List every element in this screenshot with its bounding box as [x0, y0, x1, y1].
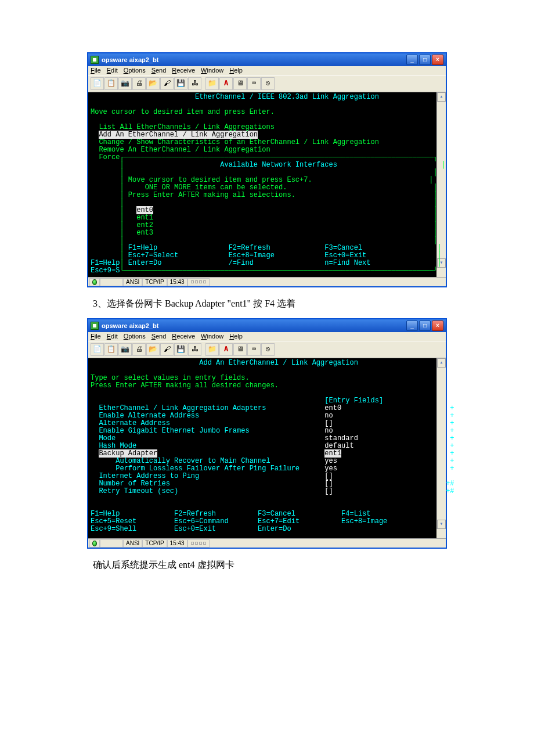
network-icon[interactable]: 🖧	[188, 343, 201, 356]
print-icon[interactable]: 🖨	[132, 343, 146, 356]
field-mode-value[interactable]: standard	[324, 434, 358, 442]
menu-file[interactable]: File	[91, 67, 101, 74]
maximize-button[interactable]: □	[419, 321, 431, 331]
field-altaddr-value[interactable]: []	[324, 419, 333, 427]
menubar: File Edit Options Send Receive Window He…	[88, 332, 446, 341]
close-button[interactable]: ×	[432, 55, 443, 65]
camera-icon[interactable]: 📷	[118, 77, 132, 90]
menu-edit[interactable]: Edit	[107, 333, 118, 340]
app-icon	[91, 322, 99, 330]
menu-send[interactable]: Send	[151, 333, 167, 340]
field-hash-value[interactable]: default	[324, 442, 353, 450]
menu-help[interactable]: Help	[229, 333, 243, 340]
screen-icon[interactable]: 🖥	[233, 343, 247, 356]
menu-send[interactable]: Send	[151, 67, 167, 74]
key-f2: F2=Refresh	[229, 244, 270, 252]
exit-icon[interactable]: ⎋	[261, 343, 275, 356]
menu-item-list[interactable]: List All EtherChannels / Link Aggregatio…	[99, 123, 274, 131]
key-enter: Enter=Do	[258, 525, 291, 533]
camera-icon[interactable]: 📷	[118, 343, 132, 356]
field-altaddr-enable-label: Enable Alternate Address	[99, 412, 199, 420]
titlebar[interactable]: opsware aixap2_bt _ □ ×	[88, 319, 446, 332]
terminal-window-2: opsware aixap2_bt _ □ × File Edit Option…	[87, 318, 447, 549]
menu-edit[interactable]: Edit	[107, 67, 118, 74]
open-icon[interactable]: 📁	[205, 77, 219, 90]
field-timeout-value[interactable]: []	[324, 487, 333, 495]
brush-icon[interactable]: 🖌	[160, 343, 174, 356]
option-ent0[interactable]: ent0	[136, 206, 153, 214]
option-ent3[interactable]: ent3	[136, 229, 153, 237]
copy-icon[interactable]: 📄	[91, 343, 104, 356]
doc-step-3: 3、选择备份网卡 Backup Adapter "ent1" 按 F4 选着	[93, 298, 447, 310]
field-retries-value[interactable]: []	[324, 480, 333, 488]
exit-icon[interactable]: ⎋	[261, 77, 275, 90]
print-icon[interactable]: 🖨	[132, 77, 146, 90]
app-icon	[91, 56, 99, 64]
scroll-down-icon[interactable]: ▾	[437, 520, 446, 529]
paste-icon[interactable]: 📋	[104, 77, 118, 90]
field-jumbo-value[interactable]: no	[324, 427, 333, 435]
network-icon[interactable]: 🖧	[188, 77, 201, 90]
outer-key-f1: F1=Help	[91, 259, 120, 267]
field-ipping-value[interactable]: []	[324, 472, 333, 480]
paste-icon[interactable]: 📋	[104, 343, 118, 356]
menu-options[interactable]: Options	[124, 333, 146, 340]
field-adapters-value[interactable]: ent0	[324, 404, 341, 412]
field-retries-label: Number of Retries	[99, 480, 169, 488]
option-ent2[interactable]: ent2	[136, 221, 153, 229]
close-button[interactable]: ×	[432, 321, 443, 331]
status-boxes	[187, 539, 210, 548]
field-altaddr-enable-value[interactable]: no	[324, 412, 333, 420]
titlebar[interactable]: opsware aixap2_bt _ □ ×	[88, 53, 446, 66]
option-ent1[interactable]: ent1	[136, 214, 153, 222]
instr-2: Press Enter AFTER making all desired cha…	[91, 381, 279, 390]
open-icon[interactable]: 📁	[205, 343, 219, 356]
menu-window[interactable]: Window	[201, 67, 223, 74]
menu-item-change[interactable]: Change / Show Characteristics of an Ethe…	[99, 138, 378, 146]
menu-receive[interactable]: Receive	[172, 67, 195, 74]
terminal-screen-1[interactable]: EtherChannel / IEEE 802.3ad Link Aggrega…	[88, 92, 436, 277]
field-backup-label[interactable]: Backup Adapter	[99, 449, 157, 458]
font-icon[interactable]: A	[219, 77, 233, 90]
minimize-button[interactable]: _	[406, 55, 418, 65]
terminal-screen-2[interactable]: Add An EtherChannel / Link Aggregation T…	[88, 358, 436, 538]
scroll-up-icon[interactable]: ▴	[437, 358, 446, 368]
minimize-button[interactable]: _	[406, 321, 418, 331]
menu-help[interactable]: Help	[229, 67, 243, 74]
menu-options[interactable]: Options	[124, 67, 146, 74]
folder-icon[interactable]: 📂	[146, 343, 160, 356]
keyboard-icon[interactable]: ⌨	[247, 77, 261, 90]
brush-icon[interactable]: 🖌	[160, 77, 174, 90]
field-hash-label: Hash Mode	[99, 442, 136, 450]
key-find: /=Find	[229, 259, 254, 267]
disk-icon[interactable]: 💾	[174, 343, 187, 356]
folder-icon[interactable]: 📂	[146, 77, 160, 90]
status-empty	[100, 539, 123, 548]
instr-1: Type or select values in entry fields.	[91, 374, 250, 382]
menu-item-force[interactable]: Force	[99, 153, 120, 161]
scroll-up-icon[interactable]: ▴	[437, 92, 446, 102]
font-icon[interactable]: A	[219, 343, 233, 356]
menu-item-remove[interactable]: Remove An EtherChannel / Link Aggregatio…	[99, 146, 270, 154]
field-failover-label: Perform Lossless Failover After Ping Fai…	[116, 465, 300, 473]
field-autorecover-value[interactable]: yes	[324, 457, 337, 465]
menu-window[interactable]: Window	[201, 333, 223, 340]
field-failover-value[interactable]: yes	[324, 465, 337, 473]
key-esc8: Esc+8=Image	[229, 251, 275, 260]
doc-confirm: 确认后系统提示生成 ent4 虚拟网卡	[93, 559, 447, 571]
toolbar: 📄 📋 📷 🖨 📂 🖌 💾 🖧 📁 A 🖥 ⌨ ⎋	[88, 341, 446, 358]
screen-icon[interactable]: 🖥	[233, 77, 247, 90]
menu-receive[interactable]: Receive	[172, 333, 195, 340]
maximize-button[interactable]: □	[419, 55, 431, 65]
menu-file[interactable]: File	[91, 333, 101, 340]
keyboard-icon[interactable]: ⌨	[247, 343, 261, 356]
key-f3: F3=Cancel	[324, 244, 362, 252]
status-time: 15:43	[167, 539, 187, 548]
disk-icon[interactable]: 💾	[174, 77, 187, 90]
field-backup-value[interactable]: ent1	[324, 449, 341, 458]
screen-title: Add An EtherChannel / Link Aggregation	[91, 359, 358, 367]
menu-item-add[interactable]: Add An EtherChannel / Link Aggregation	[99, 131, 258, 139]
copy-icon[interactable]: 📄	[91, 77, 104, 90]
scrollbar[interactable]: ▴ ▾	[436, 92, 446, 268]
outer-key-esc9: Esc+9=S	[91, 267, 120, 275]
